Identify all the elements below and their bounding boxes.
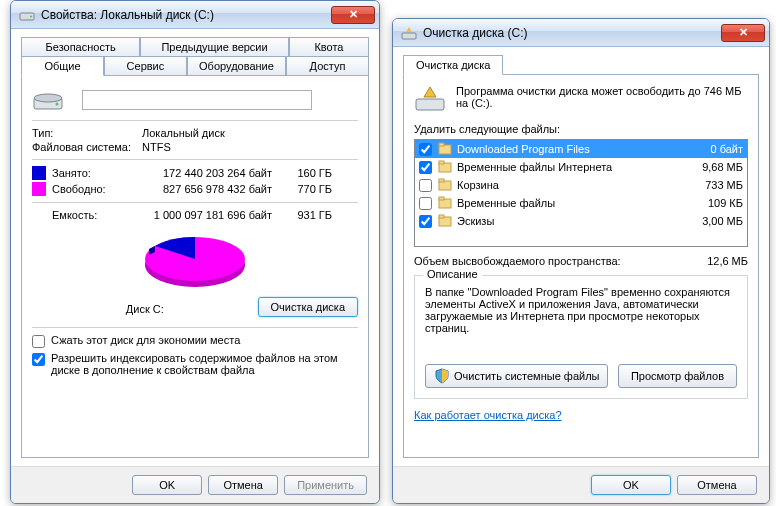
file-checkbox[interactable] bbox=[419, 161, 432, 174]
tabs-row: Очистка диска bbox=[403, 55, 759, 74]
tabs-row-2: Общие Сервис Оборудование Доступ bbox=[21, 56, 369, 75]
file-size: 733 МБ bbox=[683, 179, 743, 191]
disk-cleanup-window: Очистка диска (C:) ✕ Очистка диска Прогр… bbox=[392, 18, 770, 504]
file-type-icon bbox=[438, 196, 452, 210]
file-item[interactable]: Временные файлы Интернета9,68 МБ bbox=[415, 158, 747, 176]
close-button[interactable]: ✕ bbox=[331, 6, 375, 24]
free-color-swatch bbox=[32, 182, 46, 196]
description-text: В папке "Downloaded Program Files" време… bbox=[425, 286, 737, 346]
tab-security[interactable]: Безопасность bbox=[21, 37, 140, 56]
tab-quota[interactable]: Квота bbox=[289, 37, 369, 56]
disk-caption: Диск C: bbox=[32, 303, 258, 315]
index-label[interactable]: Разрешить индексировать содержимое файло… bbox=[51, 352, 358, 376]
svg-rect-18 bbox=[439, 215, 444, 218]
window-title: Очистка диска (C:) bbox=[423, 26, 721, 40]
tab-content-general: Тип:Локальный диск Файловая система:NTFS… bbox=[21, 75, 369, 458]
ok-button[interactable]: OK bbox=[591, 475, 671, 495]
file-size: 0 байт bbox=[683, 143, 743, 155]
file-name: Корзина bbox=[457, 179, 683, 191]
index-checkbox[interactable] bbox=[32, 353, 45, 366]
used-color-swatch bbox=[32, 166, 46, 180]
pie-chart bbox=[32, 229, 358, 295]
used-bytes: 172 440 203 264 байт bbox=[122, 167, 272, 179]
svg-rect-16 bbox=[439, 197, 444, 200]
cancel-button[interactable]: Отмена bbox=[208, 475, 278, 495]
how-it-works-link[interactable]: Как работает очистка диска? bbox=[414, 409, 562, 421]
window-title: Свойства: Локальный диск (C:) bbox=[41, 8, 331, 22]
svg-rect-7 bbox=[402, 33, 416, 39]
apply-button[interactable]: Применить bbox=[284, 475, 367, 495]
fs-label: Файловая система: bbox=[32, 141, 142, 153]
drive-icon bbox=[19, 7, 35, 23]
file-item[interactable]: Эскизы3,00 МБ bbox=[415, 212, 747, 230]
freed-label: Объем высвобождаемого пространства: bbox=[414, 255, 621, 267]
file-name: Downloaded Program Files bbox=[457, 143, 683, 155]
description-group: Описание В папке "Downloaded Program Fil… bbox=[414, 275, 748, 399]
titlebar[interactable]: Очистка диска (C:) ✕ bbox=[393, 19, 769, 47]
tab-tools[interactable]: Сервис bbox=[104, 56, 187, 75]
file-item[interactable]: Downloaded Program Files0 байт bbox=[415, 140, 747, 158]
file-list[interactable]: Downloaded Program Files0 байтВременные … bbox=[414, 139, 748, 247]
compress-checkbox[interactable] bbox=[32, 335, 45, 348]
svg-point-4 bbox=[56, 103, 59, 106]
cleanup-message: Программа очистки диска может освободить… bbox=[456, 85, 748, 113]
file-name: Временные файлы bbox=[457, 197, 683, 209]
drive-label-input[interactable] bbox=[82, 90, 312, 110]
file-type-icon bbox=[438, 142, 452, 156]
description-title: Описание bbox=[423, 268, 482, 280]
cancel-button[interactable]: Отмена bbox=[677, 475, 757, 495]
disk-cleanup-button[interactable]: Очистка диска bbox=[258, 297, 358, 317]
ok-button[interactable]: OK bbox=[132, 475, 202, 495]
cleanup-icon bbox=[401, 25, 417, 41]
compress-label[interactable]: Сжать этот диск для экономии места bbox=[51, 334, 240, 346]
file-name: Эскизы bbox=[457, 215, 683, 227]
drive-large-icon bbox=[32, 88, 64, 112]
view-files-button[interactable]: Просмотр файлов bbox=[618, 364, 737, 388]
file-name: Временные файлы Интернета bbox=[457, 161, 683, 173]
file-size: 9,68 МБ bbox=[683, 161, 743, 173]
clean-system-files-label: Очистить системные файлы bbox=[454, 370, 599, 382]
svg-rect-10 bbox=[439, 143, 444, 146]
file-checkbox[interactable] bbox=[419, 179, 432, 192]
svg-rect-14 bbox=[439, 179, 444, 182]
dialog-footer: OK Отмена bbox=[393, 466, 769, 503]
type-value: Локальный диск bbox=[142, 127, 225, 139]
svg-point-3 bbox=[34, 94, 62, 102]
properties-window: Свойства: Локальный диск (C:) ✕ Безопасн… bbox=[10, 0, 380, 504]
file-item[interactable]: Временные файлы109 КБ bbox=[415, 194, 747, 212]
freed-value: 12,6 МБ bbox=[707, 255, 748, 267]
file-type-icon bbox=[438, 214, 452, 228]
file-type-icon bbox=[438, 160, 452, 174]
capacity-bytes: 1 000 097 181 696 байт bbox=[122, 209, 272, 221]
tab-previous-versions[interactable]: Предыдущие версии bbox=[140, 37, 289, 56]
file-checkbox[interactable] bbox=[419, 197, 432, 210]
file-checkbox[interactable] bbox=[419, 215, 432, 228]
file-checkbox[interactable] bbox=[419, 143, 432, 156]
tab-general[interactable]: Общие bbox=[21, 56, 104, 76]
clean-system-files-button[interactable]: Очистить системные файлы bbox=[425, 364, 608, 388]
close-button[interactable]: ✕ bbox=[721, 24, 765, 42]
file-item[interactable]: Корзина733 МБ bbox=[415, 176, 747, 194]
free-gb: 770 ГБ bbox=[272, 183, 332, 195]
list-header: Удалить следующие файлы: bbox=[414, 123, 748, 135]
cleanup-large-icon bbox=[414, 85, 446, 113]
file-size: 109 КБ bbox=[683, 197, 743, 209]
tab-sharing[interactable]: Доступ bbox=[286, 56, 369, 75]
used-gb: 160 ГБ bbox=[272, 167, 332, 179]
svg-rect-12 bbox=[439, 161, 444, 164]
type-label: Тип: bbox=[32, 127, 142, 139]
file-size: 3,00 МБ bbox=[683, 215, 743, 227]
free-label: Свободно: bbox=[52, 183, 122, 195]
svg-rect-8 bbox=[416, 99, 444, 110]
tab-hardware[interactable]: Оборудование bbox=[187, 56, 286, 75]
file-type-icon bbox=[438, 178, 452, 192]
used-label: Занято: bbox=[52, 167, 122, 179]
tab-content: Программа очистки диска может освободить… bbox=[403, 74, 759, 458]
dialog-footer: OK Отмена Применить bbox=[11, 466, 379, 503]
capacity-gb: 931 ГБ bbox=[272, 209, 332, 221]
fs-value: NTFS bbox=[142, 141, 171, 153]
svg-point-1 bbox=[30, 15, 32, 17]
titlebar[interactable]: Свойства: Локальный диск (C:) ✕ bbox=[11, 1, 379, 29]
shield-icon bbox=[434, 368, 450, 384]
tab-disk-cleanup[interactable]: Очистка диска bbox=[403, 55, 503, 75]
